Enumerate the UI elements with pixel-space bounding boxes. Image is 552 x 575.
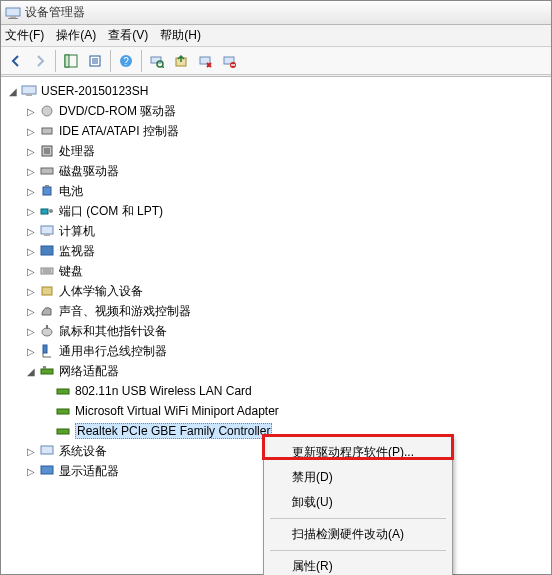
device-category-icon [39,203,55,219]
forward-button[interactable] [29,50,51,72]
system-icon [39,443,55,459]
expander-icon[interactable]: ▷ [25,325,37,337]
svg-rect-35 [41,268,53,274]
expander-icon[interactable]: ▷ [25,445,37,457]
tree-category-label: 网络适配器 [59,363,119,380]
svg-rect-21 [22,86,36,94]
tree-category-label: 系统设备 [59,443,107,460]
tree-category[interactable]: ▷IDE ATA/ATAPI 控制器 [1,121,551,141]
expander-icon[interactable]: ▷ [25,165,37,177]
tree-category[interactable]: ▷键盘 [1,261,551,281]
menu-help[interactable]: 帮助(H) [160,27,201,44]
svg-point-39 [42,328,52,336]
scan-hardware-button[interactable] [146,50,168,72]
svg-rect-22 [26,94,32,96]
tree-category[interactable]: ▷磁盘驱动器 [1,161,551,181]
tree-category[interactable]: ▷人体学输入设备 [1,281,551,301]
expander-icon[interactable]: ▷ [25,305,37,317]
tree-root-label: USER-20150123SH [41,84,148,98]
tree-category[interactable]: ▷端口 (COM 和 LPT) [1,201,551,221]
tree-category-label: 人体学输入设备 [59,283,143,300]
svg-rect-33 [44,234,50,236]
show-hide-tree-button[interactable] [60,50,82,72]
svg-rect-45 [57,409,69,414]
expander-icon[interactable]: ▷ [25,345,37,357]
expander-icon[interactable]: ▷ [25,265,37,277]
context-menu: 更新驱动程序软件(P)... 禁用(D) 卸载(U) 扫描检测硬件改动(A) 属… [263,436,453,575]
expander-icon[interactable]: ▷ [25,145,37,157]
tree-category[interactable]: ▷计算机 [1,221,551,241]
expander-icon[interactable]: ▷ [25,465,37,477]
svg-rect-44 [57,389,69,394]
device-category-icon [39,243,55,259]
tree-category-network[interactable]: ◢ 网络适配器 [1,361,551,381]
expander-icon[interactable]: ▷ [25,185,37,197]
properties-button[interactable] [84,50,106,72]
tree-category[interactable]: ▷声音、视频和游戏控制器 [1,301,551,321]
tree-category[interactable]: ▷通用串行总线控制器 [1,341,551,361]
ctx-disable[interactable]: 禁用(D) [266,465,450,490]
toolbar-separator [110,50,111,72]
ctx-uninstall[interactable]: 卸载(U) [266,490,450,515]
menu-file[interactable]: 文件(F) [5,27,44,44]
expander-icon[interactable]: ◢ [25,365,37,377]
app-icon [5,5,21,21]
device-category-icon [39,263,55,279]
expander-icon[interactable]: ◢ [7,85,19,97]
tree-category[interactable]: ▷电池 [1,181,551,201]
tree-category[interactable]: ▷鼠标和其他指针设备 [1,321,551,341]
svg-rect-4 [65,55,69,67]
expander-icon[interactable]: ▷ [25,105,37,117]
expander-icon[interactable]: ▷ [25,205,37,217]
svg-rect-30 [41,209,48,214]
svg-line-13 [162,66,164,68]
svg-rect-27 [41,168,53,174]
ctx-scan-hardware[interactable]: 扫描检测硬件改动(A) [266,522,450,547]
update-driver-button[interactable] [170,50,192,72]
device-category-icon [39,143,55,159]
tree-root[interactable]: ◢ USER-20150123SH [1,81,551,101]
menubar: 文件(F) 操作(A) 查看(V) 帮助(H) [1,25,551,47]
ctx-properties[interactable]: 属性(R) [266,554,450,575]
svg-rect-0 [6,8,20,16]
ctx-update-driver[interactable]: 更新驱动程序软件(P)... [266,440,450,465]
device-category-icon [39,323,55,339]
menu-view[interactable]: 查看(V) [108,27,148,44]
window-title: 设备管理器 [25,4,85,21]
svg-rect-48 [41,466,53,474]
tree-leaf[interactable]: 802.11n USB Wireless LAN Card [1,381,551,401]
tree-leaf[interactable]: Microsoft Virtual WiFi Miniport Adapter [1,401,551,421]
svg-rect-11 [151,57,161,63]
tree-category-label: 端口 (COM 和 LPT) [59,203,163,220]
display-icon [39,463,55,479]
computer-icon [21,83,37,99]
svg-rect-28 [43,187,51,195]
tree-category-label: 键盘 [59,263,83,280]
device-category-icon [39,123,55,139]
help-button[interactable]: ? [115,50,137,72]
disable-button[interactable] [218,50,240,72]
tree-category[interactable]: ▷DVD/CD-ROM 驱动器 [1,101,551,121]
tree-category-label: 声音、视频和游戏控制器 [59,303,191,320]
network-adapter-icon [55,423,71,439]
expander-icon[interactable]: ▷ [25,285,37,297]
expander-icon[interactable]: ▷ [25,245,37,257]
expander-icon[interactable]: ▷ [25,125,37,137]
back-button[interactable] [5,50,27,72]
tree-leaf-label: Microsoft Virtual WiFi Miniport Adapter [75,404,279,418]
tree-category-label: 电池 [59,183,83,200]
svg-rect-34 [41,246,53,255]
toolbar-separator [55,50,56,72]
device-category-icon [39,283,55,299]
tree-category-label: 监视器 [59,243,95,260]
tree-category[interactable]: ▷监视器 [1,241,551,261]
expander-icon[interactable]: ▷ [25,225,37,237]
tree-category[interactable]: ▷处理器 [1,141,551,161]
svg-text:?: ? [123,56,129,67]
uninstall-button[interactable] [194,50,216,72]
tree-leaf-label: Realtek PCIe GBE Family Controller [75,423,272,439]
svg-rect-38 [42,287,52,295]
ctx-separator [270,518,446,519]
menu-action[interactable]: 操作(A) [56,27,96,44]
tree-category-label: 鼠标和其他指针设备 [59,323,167,340]
